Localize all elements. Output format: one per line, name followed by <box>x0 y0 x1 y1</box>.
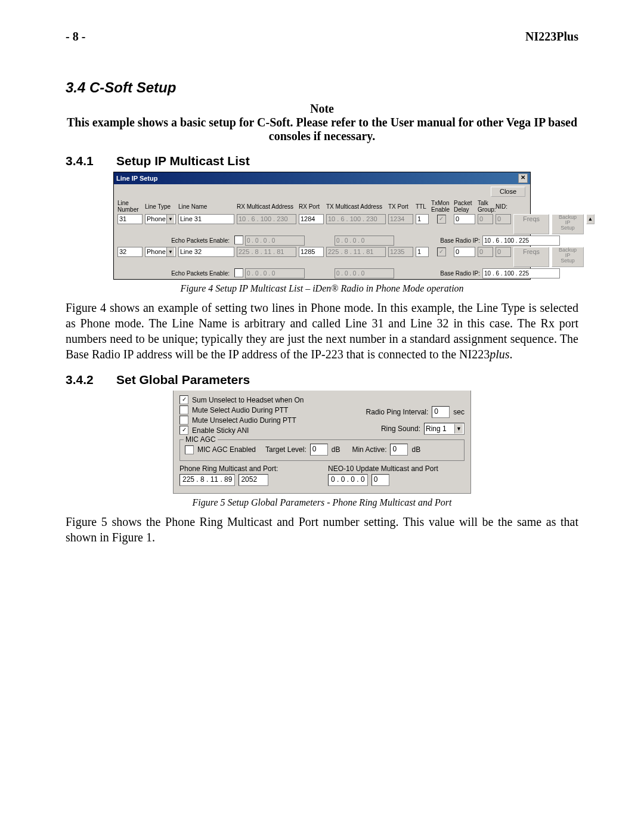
hdr-talk-group: Talk Group: <box>478 200 493 213</box>
ttl-input[interactable]: 1 <box>416 247 429 257</box>
echo-enable-checkbox[interactable] <box>234 236 243 244</box>
rx-port-input[interactable]: 1284 <box>299 214 324 224</box>
note-body: This example shows a basic setup for C-S… <box>66 116 578 143</box>
hdr-tx-port: TX Port <box>388 203 413 210</box>
line-row: 32Phone▼Line 32225 . 8 . 11 . 811285225 … <box>114 246 530 268</box>
hdr-txmon: TxMon Enable <box>431 200 451 213</box>
hdr-tx-addr: TX Multicast Address <box>326 203 386 210</box>
section-34-title: 3.4 C-Soft Setup <box>66 79 578 96</box>
sticky-ani-checkbox[interactable]: ✓ <box>179 426 188 435</box>
tx-port-input[interactable]: 1234 <box>388 214 413 224</box>
line-number-input[interactable]: 32 <box>117 247 143 257</box>
window-title: Line IP Setup <box>116 175 157 182</box>
page-number-left: - 8 - <box>66 30 85 44</box>
echo-tx-addr[interactable]: 0 . 0 . 0 . 0 <box>335 268 394 278</box>
nid-input[interactable]: 0 <box>496 214 511 224</box>
min-active-unit: dB <box>411 445 420 454</box>
section-341-text: Setup IP Multicast List <box>116 154 250 168</box>
phone-ring-port-input[interactable]: 2052 <box>239 474 268 486</box>
packet-delay-input[interactable]: 0 <box>454 214 475 224</box>
section-341-num: 3.4.1 <box>66 154 116 168</box>
echo-rx-addr[interactable]: 0 . 0 . 0 . 0 <box>245 268 305 278</box>
scroll-up-button[interactable]: ▲ <box>586 214 595 224</box>
echo-rx-addr[interactable]: 0 . 0 . 0 . 0 <box>245 236 305 246</box>
mic-agc-legend: MIC AGC <box>184 435 218 444</box>
mic-agc-enabled-checkbox[interactable] <box>185 445 194 454</box>
hdr-line-type: Line Type <box>145 203 176 210</box>
ttl-input[interactable]: 1 <box>416 214 429 224</box>
tx-port-input[interactable]: 1235 <box>388 247 413 257</box>
phone-ring-label: Phone Ring Multicast and Port: <box>179 465 316 473</box>
mute-select-checkbox[interactable] <box>179 405 188 414</box>
echo-tx-addr[interactable]: 0 . 0 . 0 . 0 <box>335 236 394 246</box>
line-name-input[interactable]: Line 31 <box>178 214 234 224</box>
close-icon[interactable]: ✕ <box>518 174 528 183</box>
txmon-checkbox[interactable]: ✓ <box>437 215 446 224</box>
target-level-input[interactable]: 0 <box>310 444 328 456</box>
figure5-caption: Figure 5 Setup Global Parameters - Phone… <box>66 497 578 508</box>
rx-addr-input[interactable]: 225 . 8 . 11 . 81 <box>237 247 296 257</box>
hdr-rx-addr: RX Multicast Address <box>237 203 296 210</box>
talk-group-input[interactable]: 0 <box>478 247 493 257</box>
radio-ping-input[interactable]: 0 <box>432 406 450 418</box>
line-type-select[interactable]: Phone▼ <box>145 214 176 224</box>
base-radio-ip-label: Base Radio IP: <box>432 237 480 244</box>
note-heading: Note <box>66 102 578 116</box>
mute-unselect-label: Mute Unselect Audio During PTT <box>192 416 296 425</box>
hdr-ttl: TTL <box>416 203 429 210</box>
hdr-line-name: Line Name <box>178 203 234 210</box>
mic-agc-enabled-label: MIC AGC Enabled <box>197 445 256 454</box>
phone-ring-ip-input[interactable]: 225 . 8 . 11 . 89 <box>179 474 235 486</box>
min-active-input[interactable]: 0 <box>390 444 408 456</box>
close-button[interactable]: Close <box>491 187 525 197</box>
tx-addr-input[interactable]: 10 . 6 . 100 . 230 <box>326 214 386 224</box>
titlebar: Line IP Setup ✕ <box>114 172 530 184</box>
echo-row: Echo Packets Enable:0 . 0 . 0 . 00 . 0 .… <box>114 235 530 246</box>
sum-unselect-checkbox[interactable]: ✓ <box>179 395 188 404</box>
line-row: 31Phone▼Line 3110 . 6 . 100 . 230128410 … <box>114 213 530 235</box>
echo-enable-checkbox[interactable] <box>234 268 243 277</box>
ring-sound-label: Ring Sound: <box>381 425 420 433</box>
mute-unselect-checkbox[interactable] <box>179 416 188 425</box>
para-after-fig5: Figure 5 shows the Phone Ring Multicast … <box>66 514 578 545</box>
rx-addr-input[interactable]: 10 . 6 . 100 . 230 <box>237 214 296 224</box>
freqs-button[interactable]: Freqs <box>513 214 549 234</box>
chevron-down-icon: ▼ <box>166 247 174 256</box>
para-after-fig4: Figure 4 shows an example of setting two… <box>66 300 578 362</box>
nid-input[interactable]: 0 <box>496 247 511 257</box>
hdr-line-number: Line Number <box>117 200 143 213</box>
figure4-caption: Figure 4 Setup IP Multicast List – iDen®… <box>66 283 578 294</box>
section-341-title: 3.4.1Setup IP Multicast List <box>66 154 578 168</box>
base-radio-ip-label: Base Radio IP: <box>432 270 480 277</box>
base-radio-ip-input[interactable]: 10 . 6 . 100 . 225 <box>482 268 560 278</box>
tx-addr-input[interactable]: 225 . 8 . 11 . 81 <box>326 247 386 257</box>
freqs-button[interactable]: Freqs <box>513 247 549 267</box>
global-parameters-panel: ✓Sum Unselect to Headset when On Mute Se… <box>173 391 471 494</box>
mute-select-label: Mute Select Audio During PTT <box>192 406 288 414</box>
base-radio-ip-input[interactable]: 10 . 6 . 100 . 225 <box>482 236 560 246</box>
hdr-rx-port: RX Port <box>299 203 324 210</box>
talk-group-input[interactable]: 0 <box>478 214 493 224</box>
ring-sound-select[interactable]: Ring 1▼ <box>424 423 465 435</box>
target-level-label: Target Level: <box>265 445 306 454</box>
backup-ip-setup-button[interactable]: Backup IP Setup <box>552 247 584 267</box>
neo10-port-input[interactable]: 0 <box>371 474 389 486</box>
line-name-input[interactable]: Line 32 <box>178 247 234 257</box>
sticky-ani-label: Enable Sticky ANI <box>192 426 249 435</box>
radio-ping-unit: sec <box>453 408 465 416</box>
neo10-label: NEO-10 Update Multicast and Port <box>328 465 465 473</box>
line-number-input[interactable]: 31 <box>117 214 143 224</box>
sum-unselect-label: Sum Unselect to Headset when On <box>192 396 304 404</box>
packet-delay-input[interactable]: 0 <box>454 247 475 257</box>
txmon-checkbox[interactable]: ✓ <box>437 247 446 256</box>
neo10-ip-input[interactable]: 0 . 0 . 0 . 0 <box>328 474 368 486</box>
radio-ping-label: Radio Ping Interval: <box>366 408 429 416</box>
page-number-right: NI223Plus <box>525 30 578 44</box>
column-headers: Line Number Line Type Line Name RX Multi… <box>114 197 530 213</box>
target-level-unit: dB <box>332 445 340 454</box>
hdr-packet-delay: Packet Delay <box>454 200 475 213</box>
mic-agc-fieldset: MIC AGC MIC AGC Enabled Target Level: 0 … <box>179 439 465 461</box>
line-type-select[interactable]: Phone▼ <box>145 247 176 257</box>
rx-port-input[interactable]: 1285 <box>299 247 324 257</box>
backup-ip-setup-button[interactable]: Backup IP Setup <box>552 214 584 234</box>
